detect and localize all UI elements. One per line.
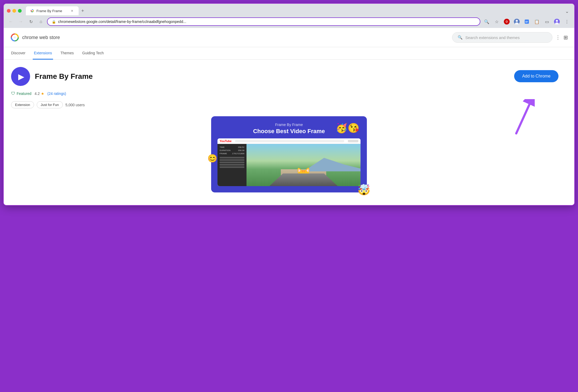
panel-label-time: TIME: [220, 146, 225, 148]
cws-header: chrome web store 🔍 Search extensions and…: [4, 28, 574, 47]
featured-shield-icon: 🛡: [11, 91, 15, 96]
panel-label-frame: FRAME: [220, 152, 227, 155]
bookmark-button[interactable]: ☆: [492, 17, 501, 26]
ext-meta-row: 🛡 Featured 4.2 ★ (24 ratings): [11, 91, 567, 96]
profile-avatar-icon: [514, 19, 520, 25]
address-bar-row: ← → ↻ ⌂ 🔒 chromewebstore.google.com/deta…: [4, 15, 574, 28]
panel-row-duration: DURATION 358.38: [220, 149, 244, 152]
cws-search-icon: 🔍: [458, 35, 463, 40]
preview-screenshot: YouTube TIME 298.52: [217, 138, 361, 186]
preview-video-area: 🐱: [247, 144, 361, 186]
account-button[interactable]: [553, 17, 561, 26]
ratings-count: 24 ratings: [49, 91, 65, 96]
new-tab-button[interactable]: +: [79, 7, 87, 15]
refresh-button[interactable]: ↻: [27, 18, 35, 26]
page-content: chrome web store 🔍 Search extensions and…: [4, 28, 574, 205]
rating-value: 4.2: [35, 91, 40, 96]
tab-favicon-icon: [30, 9, 34, 13]
sidebar-button[interactable]: ▭: [543, 17, 551, 26]
preview-youtube-bar: YouTube: [217, 138, 361, 144]
cws-grid-icon[interactable]: ⊞: [563, 34, 568, 41]
panel-value-time: 298.52: [238, 146, 244, 148]
users-count: 5,000 users: [65, 103, 85, 107]
ext-tags-row: Extension Just for Fun 5,000 users: [11, 101, 567, 108]
account-avatar-icon: [554, 19, 560, 25]
svg-point-1: [32, 10, 33, 12]
add-to-chrome-button[interactable]: Add to Chrome: [514, 70, 558, 82]
featured-badge: 🛡 Featured: [11, 91, 31, 96]
address-bar[interactable]: 🔒 chromewebstore.google.com/detail/frame…: [47, 17, 480, 26]
ext-title: Frame By Frame: [35, 72, 93, 81]
panel-row-time: TIME 298.52: [220, 146, 244, 148]
svg-text:9+: 9+: [525, 21, 528, 23]
ext-icon: ▶: [11, 67, 30, 86]
tab-title: Frame By Frame: [36, 9, 62, 13]
nav-discover[interactable]: Discover: [10, 47, 26, 60]
url-display: chromewebstore.google.com/detail/frame-b…: [58, 20, 476, 24]
play-icon: ▶: [18, 72, 24, 81]
tag-just-for-fun[interactable]: Just for Fun: [37, 101, 63, 108]
tag-extension[interactable]: Extension: [11, 101, 34, 108]
panel-label-duration: DURATION: [220, 149, 230, 152]
svg-point-8: [556, 20, 558, 22]
maximize-window-button[interactable]: [18, 9, 22, 13]
ratings-link[interactable]: (24 ratings): [48, 91, 66, 96]
cws-more-icon[interactable]: ⋮: [556, 35, 560, 40]
preview-emoji-left-icon: 😊: [207, 153, 217, 163]
home-button[interactable]: ⌂: [37, 18, 45, 26]
ext-preview-area: Frame By Frame Choose Best Video Frame 🥳…: [11, 114, 567, 198]
nav-themes[interactable]: Themes: [59, 47, 75, 60]
panel-value-frame: 17917/21806: [232, 152, 244, 155]
close-window-button[interactable]: [7, 9, 11, 13]
cws-search-wrap: 🔍 Search extensions and themes ⋮ ⊞: [452, 32, 568, 43]
cws-search-box[interactable]: 🔍 Search extensions and themes: [452, 32, 552, 43]
ext-header-row: ▶ Frame By Frame: [11, 67, 567, 86]
preview-panel: TIME 298.52 DURATION 358.38 FRAME 17917/…: [217, 144, 247, 186]
panel-value-duration: 358.38: [238, 149, 244, 152]
svg-point-12: [14, 36, 16, 38]
preview-content-area: TIME 298.52 DURATION 358.38 FRAME 17917/…: [217, 144, 361, 186]
back-button[interactable]: ←: [7, 18, 15, 26]
tab-close-button[interactable]: ×: [70, 8, 74, 13]
red-circle-icon: O: [504, 19, 510, 25]
nav-extensions[interactable]: Extensions: [33, 47, 53, 60]
tabs-area: Frame By Frame × + ⌄: [26, 6, 571, 15]
preview-emoji-bottom-right-icon: 🤯: [357, 184, 371, 196]
browser-window: Frame By Frame × + ⌄ ← → ↻ ⌂ 🔒 chromeweb…: [3, 3, 575, 206]
yt-logo-icon: YouTube: [220, 139, 231, 143]
ext-detail: ▶ Frame By Frame 🛡 Featured 4.2 ★ (24 ra…: [4, 60, 574, 205]
window-controls: [7, 9, 22, 13]
cws-search-placeholder: Search extensions and themes: [465, 35, 520, 40]
extensions-icon: 9+: [524, 19, 529, 24]
tab-dropdown-button[interactable]: ⌄: [563, 7, 571, 15]
cws-title: chrome web store: [22, 35, 60, 40]
svg-point-3: [516, 20, 518, 22]
titlebar: Frame By Frame × + ⌄: [4, 4, 574, 15]
preview-card: Frame By Frame Choose Best Video Frame 🥳…: [211, 116, 367, 192]
cws-logo-wrap: chrome web store: [10, 33, 60, 42]
minimize-window-button[interactable]: [12, 9, 16, 13]
address-security-icon: 🔒: [52, 20, 56, 24]
adblocker-icon-button[interactable]: O: [503, 17, 511, 26]
featured-label: Featured: [17, 91, 31, 96]
arrow-indicator-icon: [503, 99, 535, 136]
chrome-menu-button[interactable]: ⋮: [563, 17, 571, 26]
add-to-chrome-wrap: Add to Chrome: [514, 70, 558, 82]
svg-line-14: [516, 104, 529, 133]
star-icon: ★: [41, 91, 44, 96]
profile-icon-button[interactable]: [513, 17, 521, 26]
cws-nav: Discover Extensions Themes Guiding Tech: [4, 47, 574, 60]
toolbar-icons: 🔍 ☆ O 9+: [482, 17, 571, 26]
rating-display: 4.2 ★: [35, 91, 44, 96]
preview-emoji-top-icon: 🥳😘: [336, 123, 359, 134]
extensions-button[interactable]: 9+: [523, 17, 531, 26]
clipboard-button[interactable]: 📋: [533, 17, 541, 26]
panel-row-frame: FRAME 17917/21806: [220, 152, 244, 155]
active-tab[interactable]: Frame By Frame ×: [26, 6, 79, 15]
cws-logo-icon: [10, 33, 20, 42]
nav-guiding-tech[interactable]: Guiding Tech: [81, 47, 105, 60]
forward-button[interactable]: →: [17, 18, 25, 26]
search-toolbar-button[interactable]: 🔍: [482, 17, 491, 26]
